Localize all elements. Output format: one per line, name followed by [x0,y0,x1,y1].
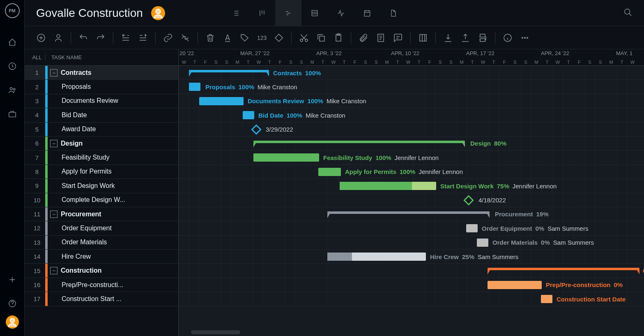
gantt-row[interactable]: 3/29/2022 [179,123,644,137]
task-row[interactable]: 9Start Design Work [25,179,178,193]
gantt-bar[interactable] [189,83,200,91]
gantt-bar[interactable] [541,295,552,303]
import-icon[interactable] [443,33,453,43]
info-icon[interactable] [503,33,513,43]
more-icon[interactable] [520,33,530,43]
milestone-icon[interactable] [463,195,474,205]
collapse-icon[interactable]: − [50,211,58,218]
text-format-icon[interactable] [223,33,232,43]
task-row[interactable]: 16Prep/Pre-constructi... [25,278,178,292]
task-row[interactable]: 1−Contracts [25,66,178,80]
board-view-tab[interactable] [249,0,275,26]
activity-view-tab[interactable] [328,0,354,26]
columns-icon[interactable] [418,33,428,43]
home-icon[interactable] [8,38,17,47]
gantt-row[interactable]: Construction Start Date [179,292,644,306]
gantt-scrollbar[interactable] [191,330,240,334]
task-row[interactable]: 6−Design [25,137,178,151]
gantt-bar[interactable] [199,97,244,105]
task-row[interactable]: 13Order Materials [25,236,178,250]
gantt-row[interactable]: Bid Date100%Mike Cranston [179,108,644,122]
briefcase-icon[interactable] [8,109,17,118]
print-icon[interactable] [478,33,488,43]
gantt-bar[interactable] [340,182,436,190]
gantt-row[interactable]: Prep/Pre-construction0% [179,278,644,292]
column-task-name[interactable]: TASK NAME [45,54,82,60]
gantt-row[interactable]: Contracts100% [179,66,644,80]
task-row[interactable]: 7Feasibility Study [25,151,178,165]
task-row[interactable]: 17Construction Start ... [25,292,178,306]
attach-icon[interactable] [359,33,368,43]
gantt-row[interactable]: Documents Review100%Mike Cranston [179,94,644,108]
unlink-icon[interactable] [180,33,190,43]
gantt-row[interactable]: Proposals100%Mike Cranston [179,80,644,94]
search-icon[interactable] [623,8,632,19]
copy-icon[interactable] [316,33,326,43]
paste-icon[interactable] [334,33,343,43]
task-row[interactable]: 8Apply for Permits [25,165,178,179]
task-row[interactable]: 12Order Equipment [25,221,178,235]
task-row[interactable]: 5Award Date [25,123,178,137]
export-icon[interactable] [460,33,470,43]
gantt-row[interactable]: Construction [179,264,644,278]
column-all[interactable]: ALL [25,54,45,60]
gantt-bar[interactable] [253,141,465,143]
gantt-bar[interactable] [488,268,639,270]
tag-icon[interactable] [240,33,250,43]
gantt-bar[interactable] [243,111,254,119]
project-avatar[interactable] [151,6,165,20]
gantt-row[interactable]: Start Design Work75%Jennifer Lennon [179,179,644,193]
task-row[interactable]: 10Complete Design W... [25,193,178,207]
file-view-tab[interactable] [380,0,407,26]
task-row[interactable]: 14Hire Crew [25,250,178,264]
indent-icon[interactable] [138,33,148,43]
gantt-row[interactable]: Order Materials0%Sam Summers [179,236,644,250]
link-icon[interactable] [163,33,173,43]
redo-icon[interactable] [96,33,106,43]
undo-icon[interactable] [78,33,88,43]
task-row[interactable]: 11−Procurement [25,207,178,221]
task-row[interactable]: 2Proposals [25,80,178,94]
gantt-bar[interactable] [189,70,269,72]
gantt-bar[interactable] [327,211,490,214]
add-icon[interactable] [8,275,17,284]
notes-icon[interactable] [376,33,386,43]
collapse-icon[interactable]: − [50,140,58,147]
outdent-icon[interactable] [121,33,131,43]
gantt-row[interactable]: Order Equipment0%Sam Summers [179,221,644,235]
gantt-bar[interactable] [253,153,319,162]
gantt-row[interactable]: Procurement19% [179,207,644,221]
assign-icon[interactable] [53,33,63,43]
milestone-icon[interactable] [251,124,261,134]
task-row[interactable]: 3Documents Review [25,94,178,108]
help-icon[interactable] [8,299,17,308]
task-row[interactable]: 4Bid Date [25,108,178,122]
sheet-view-tab[interactable] [301,0,328,26]
gantt-bar[interactable] [488,281,542,289]
gantt-row[interactable]: Design80% [179,137,644,151]
team-icon[interactable] [8,86,17,95]
clock-icon[interactable] [8,62,17,71]
list-view-tab[interactable] [223,0,249,26]
task-row[interactable]: 15−Construction [25,264,178,278]
add-task-icon[interactable] [36,33,46,43]
comment-icon[interactable] [393,33,403,43]
gantt-view-tab[interactable] [275,0,301,26]
app-logo[interactable]: PM [5,3,20,18]
gantt-chart[interactable]: , 20 '22MAR, 27 '22APR, 3 '22APR, 10 '22… [179,49,644,336]
calendar-view-tab[interactable] [354,0,380,26]
user-avatar-small[interactable] [6,315,19,329]
gantt-row[interactable]: Hire Crew25%Sam Summers [179,250,644,264]
gantt-bar[interactable] [466,224,478,232]
gantt-bar[interactable] [477,239,488,247]
collapse-icon[interactable]: − [50,267,58,274]
collapse-icon[interactable]: − [50,69,58,76]
gantt-bar[interactable] [318,168,341,176]
delete-icon[interactable] [205,33,215,43]
gantt-row[interactable]: Apply for Permits100%Jennifer Lennon [179,165,644,179]
gantt-row[interactable]: Feasibility Study100%Jennifer Lennon [179,151,644,165]
gantt-row[interactable]: 4/18/2022 [179,193,644,207]
milestone-icon[interactable] [274,33,284,43]
cut-icon[interactable] [299,33,309,43]
gantt-bar[interactable] [327,253,426,261]
